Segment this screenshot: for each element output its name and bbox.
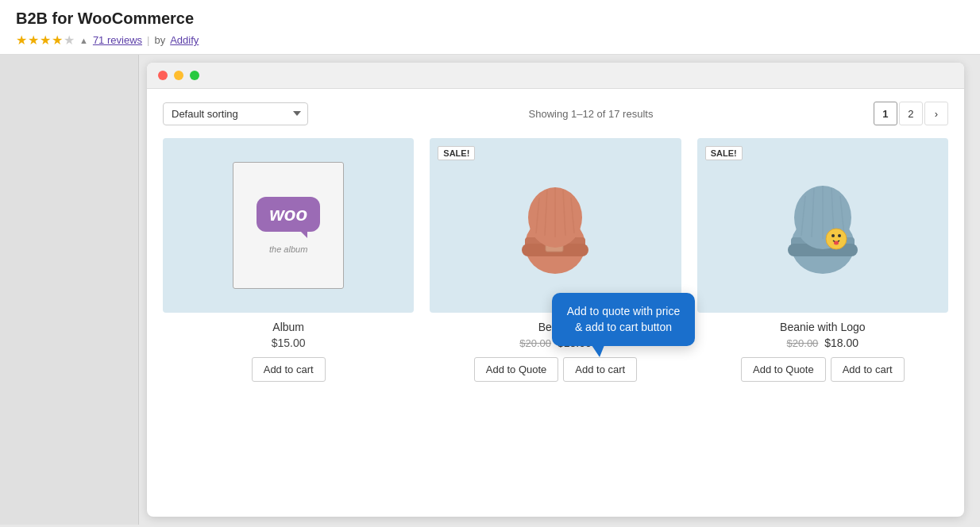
add-to-cart-beanie-logo-button[interactable]: Add to cart: [831, 357, 905, 382]
page-2-button[interactable]: 2: [899, 102, 923, 125]
page-next-button[interactable]: ›: [924, 102, 948, 125]
by-text: by: [154, 34, 165, 46]
album-artwork: woo the album: [233, 162, 344, 289]
sidebar: [0, 55, 139, 525]
product-price-beanie-logo: $20.00 $18.00: [787, 337, 858, 349]
product-actions-album: Add to cart: [163, 357, 414, 382]
add-to-quote-beanie-button[interactable]: Add to Quote: [474, 357, 559, 382]
beanie-logo-icon: [779, 174, 866, 277]
star-rating: ★ ★ ★ ★ ★: [16, 33, 75, 48]
sale-badge-beanie-logo: SALE!: [705, 146, 743, 160]
product-actions-beanie-logo: Add to Quote Add to cart: [697, 357, 948, 382]
svg-point-22: [834, 241, 839, 245]
main-area: Default sorting Sort by popularity Sort …: [0, 55, 980, 525]
price-original-beanie: $20.00: [519, 337, 551, 349]
product-name-album: Album: [272, 321, 304, 333]
product-grid: Add to quote with price & add to cart bu…: [163, 138, 948, 382]
product-card-album: woo the album Album $15.00 Add to cart: [163, 138, 414, 382]
browser-titlebar: [147, 63, 964, 89]
star-3: ★: [40, 33, 51, 48]
star-2: ★: [28, 33, 39, 48]
product-image-album: woo the album: [163, 138, 414, 313]
product-image-beanie-logo: SALE!: [697, 138, 948, 313]
separator: |: [147, 34, 149, 46]
close-button-icon[interactable]: [158, 71, 168, 80]
svg-point-19: [826, 229, 847, 249]
svg-point-21: [838, 234, 841, 237]
shop-content: Default sorting Sort by popularity Sort …: [147, 89, 964, 517]
star-5: ★: [64, 33, 75, 48]
page-header: B2B for WooCommerce ★ ★ ★ ★ ★ ▲ 71 revie…: [0, 0, 980, 55]
tooltip-text: Add to quote with price & add to cart bu…: [567, 305, 680, 333]
minimize-button-icon[interactable]: [174, 71, 183, 80]
album-subtitle: the album: [269, 244, 307, 254]
rating-row: ★ ★ ★ ★ ★ ▲ 71 reviews | by Addify: [16, 33, 964, 48]
price-original-beanie-logo: $20.00: [787, 337, 819, 349]
sorting-select[interactable]: Default sorting Sort by popularity Sort …: [163, 102, 308, 125]
caret-up-icon: ▲: [79, 36, 88, 45]
tooltip-bubble: Add to quote with price & add to cart bu…: [552, 293, 695, 346]
results-text: Showing 1–12 of 17 results: [529, 108, 654, 120]
product-image-beanie: SALE!: [430, 138, 681, 313]
product-price-album: $15.00: [272, 337, 306, 349]
fullscreen-button-icon[interactable]: [190, 71, 199, 80]
product-actions-beanie: Add to Quote Add to cart: [430, 357, 681, 382]
woo-text: woo: [269, 203, 307, 225]
reviews-link[interactable]: 71 reviews: [93, 34, 142, 46]
svg-point-20: [831, 234, 835, 237]
browser-window: Default sorting Sort by popularity Sort …: [147, 63, 964, 517]
sale-badge-beanie: SALE!: [438, 146, 475, 160]
woo-bubble: woo: [257, 197, 320, 232]
add-to-quote-beanie-logo-button[interactable]: Add to Quote: [741, 357, 826, 382]
beanie-icon: [515, 174, 595, 277]
shop-toolbar: Default sorting Sort by popularity Sort …: [163, 102, 948, 125]
add-to-cart-beanie-button[interactable]: Add to cart: [563, 357, 637, 382]
star-4: ★: [52, 33, 63, 48]
star-1: ★: [16, 33, 27, 48]
product-card-beanie-logo: SALE!: [697, 138, 948, 382]
addify-link[interactable]: Addify: [170, 34, 199, 46]
plugin-title: B2B for WooCommerce: [16, 10, 964, 28]
add-to-cart-album-button[interactable]: Add to cart: [252, 357, 326, 382]
pagination: 1 2 ›: [874, 102, 948, 125]
product-name-beanie-logo: Beanie with Logo: [780, 321, 865, 333]
page-1-button[interactable]: 1: [874, 102, 897, 125]
price-sale-beanie-logo: $18.00: [824, 337, 858, 349]
